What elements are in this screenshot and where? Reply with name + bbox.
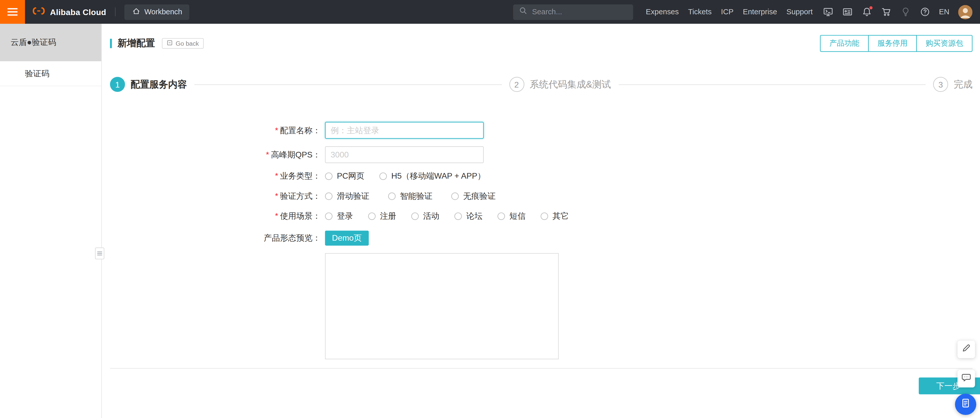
- sidebar-collapse-handle[interactable]: [95, 248, 104, 259]
- config-name-row: *配置名称：: [110, 122, 973, 139]
- workbench-button[interactable]: Workbench: [124, 4, 189, 20]
- survey-fab[interactable]: [955, 394, 976, 415]
- step-2-label: 系统代码集成&测试: [530, 78, 611, 91]
- radio-label: 短信: [509, 211, 526, 222]
- peak-qps-row: *高峰期QPS：: [110, 146, 973, 163]
- radio-scene-activity[interactable]: 活动: [411, 211, 439, 222]
- go-back-icon: [167, 40, 172, 47]
- step-connector: [618, 84, 926, 84]
- radio-label: 智能验证: [400, 191, 432, 202]
- radio-icon: [325, 192, 332, 200]
- radio-scene-forum[interactable]: 论坛: [454, 211, 482, 222]
- radio-icon: [497, 213, 505, 220]
- feedback-edit-fab[interactable]: [958, 341, 975, 358]
- terminal-icon[interactable]: [823, 6, 834, 17]
- app-icon[interactable]: [842, 6, 853, 17]
- radio-slide-verify[interactable]: 滑动验证: [325, 191, 369, 202]
- search-input[interactable]: [532, 7, 628, 16]
- required-marker: *: [275, 191, 278, 200]
- radio-scene-sms[interactable]: 短信: [497, 211, 525, 222]
- language-selector[interactable]: EN: [939, 7, 950, 16]
- sidebar-product-title: 云盾●验证码: [0, 24, 101, 61]
- header-actions: 产品功能 服务停用 购买资源包: [820, 35, 973, 52]
- radio-label: 登录: [337, 211, 353, 222]
- step-connector: [194, 84, 502, 84]
- topbar-icons: [823, 6, 931, 17]
- step-1-label: 配置服务内容: [130, 78, 187, 91]
- nav-enterprise[interactable]: Enterprise: [743, 7, 777, 16]
- config-form: *配置名称： *高峰期QPS： *业务类型： PC网页 H5（移动端WAP + …: [110, 122, 973, 359]
- required-marker: *: [275, 125, 278, 135]
- radio-icon: [411, 213, 418, 220]
- preview-label: 产品形态预览：: [110, 232, 321, 244]
- console-page: Alibaba Cloud Workbench Expenses Tickets…: [0, 0, 980, 418]
- radio-icon: [388, 192, 396, 200]
- service-suspend-button[interactable]: 服务停用: [868, 35, 917, 52]
- nav-expenses[interactable]: Expenses: [646, 7, 679, 16]
- lightbulb-icon[interactable]: [900, 6, 912, 17]
- radio-h5[interactable]: H5（移动端WAP + APP）: [380, 171, 485, 182]
- captcha-preview-panel: [325, 253, 558, 359]
- sidebar: 云盾●验证码 验证码: [0, 24, 102, 418]
- radio-label: 滑动验证: [337, 191, 369, 202]
- radio-label: 注册: [380, 211, 396, 222]
- go-back-label: Go back: [176, 40, 199, 47]
- topbar-divider: [115, 7, 116, 16]
- cart-icon[interactable]: [881, 6, 892, 17]
- required-marker: *: [266, 150, 269, 159]
- notification-badge: [870, 6, 873, 9]
- hamburger-menu-button[interactable]: [0, 0, 25, 24]
- user-avatar[interactable]: [958, 5, 972, 19]
- radio-label: 其它: [552, 211, 569, 222]
- pencil-icon: [961, 343, 971, 356]
- radio-icon: [325, 213, 332, 220]
- demo-page-button[interactable]: Demo页: [325, 231, 369, 246]
- survey-form-icon: [960, 397, 971, 412]
- radio-scene-register[interactable]: 注册: [368, 211, 396, 222]
- required-marker: *: [275, 211, 278, 221]
- sidebar-item-captcha[interactable]: 验证码: [0, 61, 101, 86]
- chat-support-fab[interactable]: [958, 370, 975, 388]
- radio-scene-login[interactable]: 登录: [325, 211, 353, 222]
- radio-label: 论坛: [466, 211, 483, 222]
- search-icon: [519, 6, 528, 17]
- bell-icon[interactable]: [861, 6, 873, 17]
- nav-icp[interactable]: ICP: [721, 7, 733, 16]
- preview-row: 产品形态预览： Demo页: [110, 231, 973, 246]
- peak-qps-input[interactable]: [325, 146, 484, 163]
- config-name-input[interactable]: [325, 122, 484, 139]
- radio-pc-web[interactable]: PC网页: [325, 171, 364, 182]
- alibaba-cloud-logo-icon: [32, 6, 46, 18]
- radio-icon: [380, 173, 387, 180]
- peak-qps-label: *高峰期QPS：: [110, 149, 321, 160]
- use-scene-label: *使用场景：: [110, 211, 321, 222]
- step-indicator: 1 配置服务内容 2 系统代码集成&测试 3 完成: [110, 77, 973, 92]
- alibaba-cloud-logo[interactable]: Alibaba Cloud: [32, 6, 106, 18]
- radio-label: 无痕验证: [463, 191, 496, 202]
- chat-bubble-icon: [961, 373, 971, 385]
- step-3-circle: 3: [933, 77, 948, 92]
- radio-smart-verify[interactable]: 智能验证: [388, 191, 433, 202]
- radio-invisible-verify[interactable]: 无痕验证: [451, 191, 496, 202]
- use-scene-row: *使用场景： 登录 注册 活动 论坛: [110, 211, 973, 222]
- help-icon[interactable]: [920, 6, 931, 17]
- verify-method-label: *验证方式：: [110, 191, 321, 202]
- step-1-circle: 1: [110, 77, 125, 92]
- step-2-circle: 2: [509, 77, 524, 92]
- radio-icon: [541, 213, 548, 220]
- radio-scene-other[interactable]: 其它: [541, 211, 569, 222]
- search-box[interactable]: [513, 4, 633, 20]
- radio-label: PC网页: [337, 171, 364, 182]
- go-back-button[interactable]: Go back: [162, 38, 204, 49]
- nav-tickets[interactable]: Tickets: [688, 7, 711, 16]
- verify-method-row: *验证方式： 滑动验证 智能验证 无痕验证: [110, 191, 973, 202]
- product-features-button[interactable]: 产品功能: [820, 35, 869, 52]
- page-header: 新增配置 Go back 产品功能 服务停用 购买资源包: [110, 35, 973, 52]
- step-1-configure: 1 配置服务内容: [110, 77, 187, 92]
- title-accent-bar: [110, 39, 112, 48]
- bottom-divider: [110, 368, 973, 369]
- buy-resource-pack-button[interactable]: 购买资源包: [916, 35, 972, 52]
- business-type-row: *业务类型： PC网页 H5（移动端WAP + APP）: [110, 171, 973, 182]
- topbar-nav: Expenses Tickets ICP Enterprise Support: [646, 7, 813, 16]
- nav-support[interactable]: Support: [787, 7, 813, 16]
